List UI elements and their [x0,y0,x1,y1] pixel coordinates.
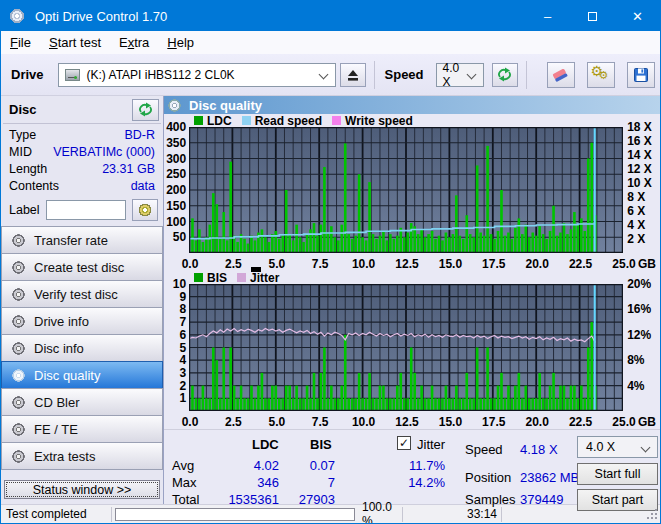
tick-label: 350 [166,137,186,149]
window-body: Disc Type BD-R MID V [1,96,660,504]
tick-label: 16% [627,303,651,315]
disc-icon [12,369,25,382]
menu-extra[interactable]: Extra [110,33,158,52]
disc-contents-row: Contents data [9,179,155,196]
disc-length-value: 23.31 GB [102,162,155,179]
tick-label: 20.0 [526,257,549,271]
tick-label: 6 [180,329,187,341]
spacer [1,470,163,480]
eject-icon [346,68,360,82]
axis-unit-label: GB [638,415,656,429]
total-row-label: Total [172,492,199,507]
chart1-legend: LDC Read speed Write speed [164,114,660,127]
panel-header: Disc quality [164,96,660,114]
tick-label: 12% [627,329,651,341]
speed-label: Speed [385,67,424,82]
bis-chart-row: 10987654321 20%16%12%8%4% [164,284,660,415]
status-window-button[interactable]: Status window >> [4,480,160,499]
jitter-checkbox[interactable]: ✓ [397,436,411,450]
toolbar-separator [526,61,527,89]
disc-type-label: Type [9,128,36,145]
marker [251,267,261,272]
speed-select[interactable]: 4.0 X [436,63,484,87]
ldc-column-header: LDC [252,437,279,452]
chevron-down-icon [641,443,651,453]
refresh-disc-button[interactable] [132,99,159,121]
max-bis-value: 7 [285,475,335,490]
label-label: Label [9,203,40,217]
tick-label: 0.0 [182,415,199,429]
sidebar-item-cd-bler[interactable]: CD Bler [1,388,163,416]
maximize-button[interactable] [570,1,615,31]
bis-legend-swatch [194,273,203,282]
sidebar-item-disc-info[interactable]: Disc info [1,334,163,362]
read-speed-legend-swatch [242,116,251,125]
tick-label: 300 [166,153,186,165]
start-full-button[interactable]: Start full [577,463,658,485]
minimize-button[interactable]: – [525,1,570,31]
close-button[interactable]: ✕ [615,1,660,31]
chart2-y-axis-left: 10987654321 [164,284,189,415]
refresh-speed-button[interactable] [492,63,518,87]
disc-type-row: Type BD-R [9,128,155,145]
sidebar-item-create-test-disc[interactable]: Create test disc [1,253,163,281]
tick-label: 20.0 [526,415,549,429]
tick-label: 400 [166,121,186,133]
menu-start-test[interactable]: Start test [40,33,110,52]
jitter-legend-swatch [237,273,246,282]
speed-stat-value: 4.18 X [520,442,558,457]
ldc-chart [189,127,623,257]
tick-label: 17.5 [482,257,505,271]
tick-label: 15.0 [439,415,462,429]
menu-file[interactable]: File [1,33,40,52]
erase-disc-button[interactable] [547,62,575,88]
sidebar-item-extra-tests[interactable]: Extra tests [1,442,163,470]
avg-ldc-value: 4.02 [219,458,279,473]
speed-value: 4.0 X [443,61,465,89]
sidebar-item-disc-quality[interactable]: Disc quality [1,361,163,389]
drive-select[interactable]: (K:) ATAPI iHBS112 2 CL0K [58,63,336,87]
tick-label: 100 [166,216,186,228]
resize-grip[interactable] [646,508,658,520]
max-jitter-value: 14.2% [385,475,445,490]
avg-bis-value: 0.07 [285,458,335,473]
save-button[interactable] [627,62,655,88]
test-speed-select[interactable]: 4.0 X [577,436,658,458]
ldc-chart-row: 40035030025020015010050 18 X16 X14 X12 X… [164,127,660,257]
chart2-legend: BIS Jitter [164,271,660,284]
drive-value: (K:) ATAPI iHBS112 2 CL0K [87,68,235,82]
write-speed-legend-swatch [332,116,341,125]
maximize-icon [588,12,597,21]
chart2-x-axis: 0.02.55.07.510.012.515.017.520.022.525.0… [164,415,660,429]
sidebar-item-verify-test-disc[interactable]: Verify test disc [1,280,163,308]
tick-label: 4 X [627,219,645,231]
axis-unit-label: GB [638,257,656,271]
write-speed-legend-label: Write speed [345,114,413,128]
sidebar-item-fe-te[interactable]: FE / TE [1,415,163,443]
tick-label: 10.0 [352,415,375,429]
settings-button[interactable]: ⚙⚙ [587,62,615,88]
bis-jitter-chart [189,284,623,415]
disc-length-row: Length 23.31 GB [9,162,155,179]
titlebar: Opti Drive Control 1.70 – ✕ [1,1,660,31]
tick-label: 3 [180,367,187,379]
tick-label: 10 X [627,177,652,189]
eraser-icon [552,67,569,83]
write-label-button[interactable] [132,199,158,221]
sidebar-item-transfer-rate[interactable]: Transfer rate [1,226,163,254]
refresh-icon [497,67,512,82]
app-icon [9,8,25,24]
disc-icon [12,450,25,463]
eject-button[interactable] [340,63,366,87]
sidebar-item-drive-info[interactable]: Drive info [1,307,163,335]
label-input[interactable] [46,200,126,220]
tick-label: 18 X [627,121,652,133]
tick-label: 7.5 [312,415,329,429]
cd-icon [138,203,152,217]
tick-label: 5 [180,342,187,354]
tick-label: 2.5 [225,415,242,429]
tick-label: 12 X [627,163,652,175]
position-stat-label: Position [465,470,511,485]
menu-help[interactable]: Help [158,33,203,52]
tick-label: 2 X [627,233,645,245]
